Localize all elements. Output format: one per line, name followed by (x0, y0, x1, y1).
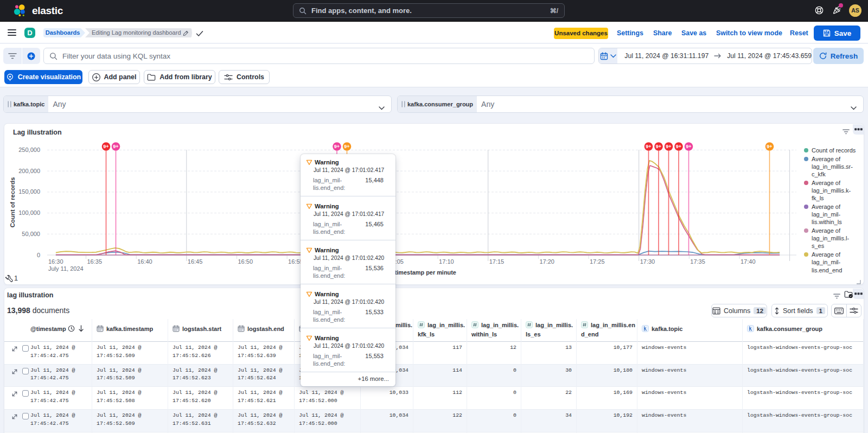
svg-text:16:50: 16:50 (238, 258, 253, 265)
svg-text:9+: 9+ (334, 144, 340, 149)
svg-text:9+: 9+ (686, 144, 691, 149)
svg-text:150,000: 150,000 (18, 188, 40, 195)
svg-text:9+: 9+ (676, 144, 681, 149)
svg-text:17:20: 17:20 (539, 258, 554, 265)
svg-text:9+: 9+ (767, 144, 772, 149)
svg-text:100,000: 100,000 (18, 209, 40, 216)
svg-text:17:40: 17:40 (741, 258, 756, 265)
svg-text:200,000: 200,000 (18, 168, 40, 174)
svg-text:17:30: 17:30 (640, 258, 655, 265)
svg-text:50,000: 50,000 (22, 231, 40, 237)
svg-text:9+: 9+ (113, 144, 118, 149)
svg-text:250,000: 250,000 (18, 147, 40, 153)
svg-text:0: 0 (37, 252, 40, 258)
svg-text:9+: 9+ (646, 144, 651, 149)
svg-text:16:45: 16:45 (188, 258, 203, 265)
svg-text:9+: 9+ (656, 144, 661, 149)
svg-text:9+: 9+ (666, 144, 671, 149)
svg-text:16:40: 16:40 (137, 258, 152, 265)
svg-text:@timestamp per minute: @timestamp per minute (389, 269, 456, 276)
svg-text:17:35: 17:35 (690, 258, 705, 265)
svg-text:16:35: 16:35 (87, 258, 103, 265)
svg-text:17:25: 17:25 (590, 258, 605, 265)
svg-text:17:10: 17:10 (439, 258, 454, 265)
svg-text:July 11, 2024: July 11, 2024 (48, 265, 84, 272)
svg-text:16:30: 16:30 (48, 258, 63, 265)
svg-text:9+: 9+ (344, 144, 349, 149)
svg-text:9+: 9+ (103, 144, 108, 149)
svg-text:17:15: 17:15 (489, 258, 505, 265)
svg-text:Count of records: Count of records (9, 177, 16, 228)
